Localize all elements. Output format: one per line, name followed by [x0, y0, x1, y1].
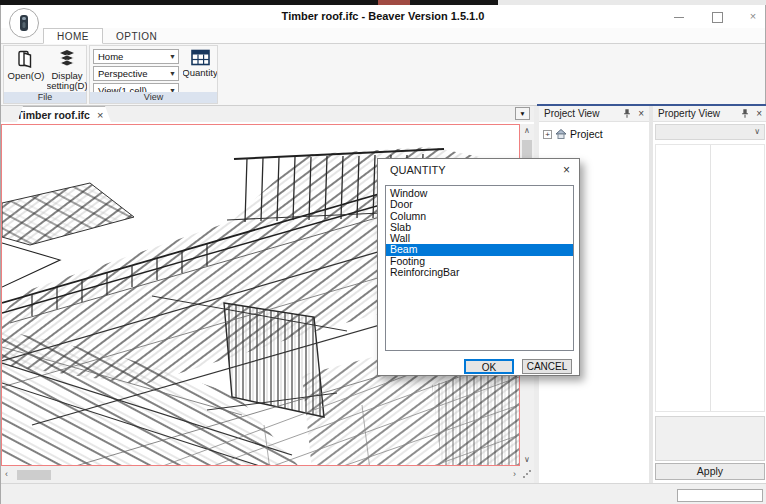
- open-file-icon: [16, 49, 36, 69]
- dropdown-arrow-icon: ▼: [169, 50, 176, 63]
- open-button[interactable]: Open(O): [7, 49, 45, 94]
- app-logo-button[interactable]: [9, 8, 39, 38]
- tree-node-project[interactable]: + Project: [543, 128, 603, 140]
- tab-close-icon[interactable]: ×: [97, 110, 103, 120]
- property-detail-box: [655, 416, 765, 461]
- view-mode-value: Home: [98, 51, 123, 62]
- status-input-field[interactable]: [677, 489, 763, 502]
- view-group-label: View: [90, 92, 217, 103]
- maximize-button[interactable]: [709, 9, 725, 25]
- scroll-up-icon[interactable]: ∧: [520, 126, 534, 135]
- tab-list-dropdown-button[interactable]: ▼: [515, 107, 530, 120]
- title-bar: Timber roof.ifc - Beaver Version 1.5.1.0…: [1, 5, 765, 28]
- scroll-right-icon[interactable]: ›: [513, 468, 516, 481]
- dropdown-arrow-icon: ▼: [169, 67, 176, 80]
- chevron-down-icon: ∨: [754, 127, 760, 136]
- project-view-title: Project View: [544, 108, 616, 119]
- quantity-button[interactable]: Quantity: [183, 49, 217, 94]
- ribbon-tab-bar: HOME OPTION: [1, 28, 765, 44]
- list-item[interactable]: Column: [386, 211, 573, 222]
- resize-grip: [520, 468, 534, 481]
- document-tab-label: Timber roof.ifc: [17, 109, 90, 121]
- project-house-icon: [555, 128, 567, 140]
- table-icon: [191, 49, 210, 66]
- display-setting-label: Display setting(D): [47, 71, 87, 92]
- pin-icon[interactable]: [622, 108, 632, 119]
- ok-button[interactable]: OK: [464, 359, 514, 374]
- document-tab-bar: Timber roof.ifc × ▼: [1, 106, 534, 122]
- quantity-dialog: QUANTITY × Window Door Column Slab Wall …: [377, 158, 580, 376]
- pin-icon[interactable]: [740, 108, 750, 119]
- list-item[interactable]: Slab: [386, 222, 573, 233]
- panel-close-icon[interactable]: ×: [756, 108, 762, 119]
- scroll-left-icon[interactable]: ‹: [5, 468, 8, 481]
- table-column-divider: [710, 145, 711, 411]
- apply-button[interactable]: Apply: [655, 463, 765, 480]
- quantity-label: Quantity: [183, 68, 217, 78]
- view-mode-dropdown[interactable]: Home ▼: [93, 49, 179, 64]
- quantity-listbox: Window Door Column Slab Wall Beam Footin…: [385, 185, 574, 351]
- file-group-label: File: [4, 92, 86, 103]
- list-item[interactable]: Window: [386, 188, 573, 199]
- projection-dropdown[interactable]: Perspective ▼: [93, 66, 179, 81]
- window-title: Timber roof.ifc - Beaver Version 1.5.1.0: [1, 5, 765, 28]
- dialog-title: QUANTITY: [390, 164, 446, 176]
- list-item[interactable]: Door: [386, 199, 573, 210]
- open-label: Open(O): [8, 71, 45, 81]
- list-item[interactable]: ReinforcingBar: [386, 267, 573, 278]
- minimize-button[interactable]: [671, 9, 687, 25]
- property-select-dropdown[interactable]: ∨: [655, 124, 765, 140]
- panel-close-icon[interactable]: ×: [638, 108, 644, 119]
- beaver-logo-icon: [15, 13, 33, 33]
- cancel-button[interactable]: CANCEL: [522, 359, 572, 374]
- property-view-panel: Property View × ∨ Apply: [653, 106, 766, 483]
- dialog-close-icon[interactable]: ×: [563, 163, 570, 177]
- tree-node-label: Project: [570, 128, 603, 140]
- property-table: [655, 144, 765, 412]
- display-setting-button[interactable]: Display setting(D): [47, 49, 87, 94]
- panel-accent-line: [537, 104, 766, 106]
- ribbon: Open(O) Display setting(D) File Home ▼ P…: [1, 44, 765, 106]
- property-view-header: Property View ×: [653, 106, 766, 122]
- tab-option[interactable]: OPTION: [103, 29, 170, 43]
- property-view-title: Property View: [658, 108, 734, 119]
- project-view-header: Project View ×: [539, 106, 649, 122]
- layers-icon: [57, 49, 77, 69]
- close-button[interactable]: ×: [745, 9, 761, 25]
- scroll-down-icon[interactable]: ∨: [520, 455, 534, 464]
- horizontal-scroll-thumb[interactable]: [17, 470, 51, 480]
- projection-value: Perspective: [98, 68, 148, 79]
- document-tab-timber-roof[interactable]: Timber roof.ifc ×: [9, 106, 111, 122]
- tree-expander-icon[interactable]: +: [543, 130, 552, 139]
- viewport-horizontal-scrollbar[interactable]: ‹ ›: [1, 468, 520, 481]
- tab-home[interactable]: HOME: [43, 28, 103, 44]
- ribbon-group-view: Home ▼ Perspective ▼ View(1 cell) ▼ Q: [89, 45, 218, 104]
- status-bar: [1, 483, 766, 504]
- ribbon-group-file: Open(O) Display setting(D) File: [3, 45, 87, 104]
